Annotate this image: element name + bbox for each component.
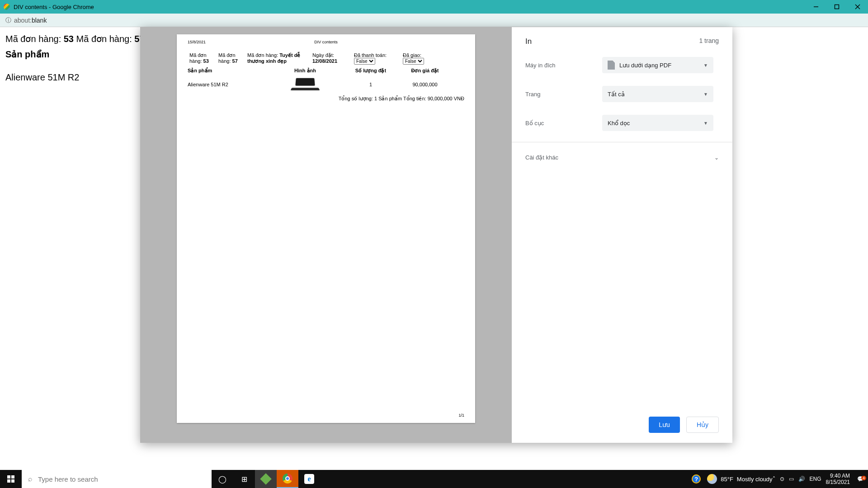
- system-tray: ˄ ⊙ ▭ 🔊 ENG: [773, 476, 823, 482]
- tray-overflow-icon[interactable]: ˄: [773, 476, 775, 482]
- layout-dropdown[interactable]: Khổ dọc ▼: [602, 115, 713, 131]
- print-settings-pane: In 1 trang Máy in đích Lưu dưới dạng PDF…: [512, 27, 732, 443]
- search-icon: ⌕: [28, 475, 33, 483]
- row-destination: Máy in đích Lưu dưới dạng PDF ▼: [512, 51, 732, 80]
- table-row: Alienware 51M R2 1 90,000,000: [188, 78, 464, 91]
- col-price: Đơn giá đặt: [396, 68, 454, 74]
- pages-value: Tất cả: [608, 91, 625, 98]
- layout-value: Khổ dọc: [608, 120, 630, 127]
- cancel-button[interactable]: Hủy: [686, 417, 719, 433]
- taskbar-app-1[interactable]: [255, 470, 277, 488]
- preview-header-title: DIV contents: [314, 40, 338, 44]
- maximize-button[interactable]: [826, 0, 847, 14]
- svg-rect-1: [835, 5, 839, 9]
- chevron-down-icon: ▼: [703, 92, 708, 97]
- paid-select[interactable]: False: [354, 58, 375, 65]
- pdf-icon: [608, 61, 615, 70]
- destination-value: Lưu dưới dạng PDF: [619, 62, 671, 69]
- layout-label: Bố cục: [525, 120, 602, 127]
- cell-qty: 1: [346, 82, 396, 87]
- product-name: Alienware 51M R2: [5, 72, 148, 83]
- location-icon[interactable]: ⊙: [780, 476, 784, 482]
- products-heading: Sản phẩm: [5, 49, 148, 60]
- pages-dropdown[interactable]: Tất cả ▼: [602, 86, 713, 102]
- taskbar-search[interactable]: ⌕ Type here to search: [22, 470, 212, 488]
- volume-icon[interactable]: 🔊: [798, 476, 805, 482]
- address-bar[interactable]: ⓘ about:blank: [0, 14, 868, 27]
- table-header-row: Sản phẩm Hình ảnh Số lượng đặt Đơn giá đ…: [188, 68, 464, 74]
- save-button[interactable]: Lưu: [649, 417, 680, 433]
- cell-delivered: Đã giao:False: [401, 52, 437, 65]
- page-count-label: 1 trang: [699, 37, 719, 46]
- url-scheme: about:: [14, 17, 32, 24]
- cortana-button[interactable]: ◯: [212, 470, 233, 488]
- start-button[interactable]: [0, 470, 22, 488]
- delivered-select[interactable]: False: [403, 58, 424, 65]
- window-titlebar: DIV contents - Google Chrome: [0, 0, 868, 14]
- cell-customer: Mã đơn hàng: Tuyết dễ thương xinh đẹp: [245, 52, 309, 65]
- print-preview-pane: 15/8/2021 DIV contents Mã đơn hàng: 53 M…: [140, 27, 512, 443]
- totals-line: Tổng số lượng: 1 Sản phẩm Tổng tiền: 90,…: [339, 96, 464, 102]
- edge-icon: e: [304, 474, 314, 484]
- cell-order-53: Mã đơn hàng: 53: [188, 52, 215, 65]
- chevron-down-icon: ⌄: [714, 155, 719, 161]
- col-qty: Số lượng đặt: [346, 68, 396, 74]
- tray-help[interactable]: ?: [685, 470, 707, 488]
- weather-icon: [707, 474, 717, 484]
- row-layout: Bố cục Khổ dọc ▼: [512, 108, 732, 137]
- close-button[interactable]: [847, 0, 868, 14]
- taskbar-clock[interactable]: 9:40 AM 8/15/2021: [823, 473, 853, 485]
- print-title: In: [525, 37, 532, 46]
- background-page: Mã đơn hàng: 53 Mã đơn hàng: 57 M Sản ph…: [0, 27, 154, 89]
- order-info-row: Mã đơn hàng: 53 Mã đơn hàng: 57 Mã đơn h…: [188, 52, 464, 65]
- action-center-button[interactable]: 💬 4: [853, 476, 868, 482]
- weather-widget[interactable]: 85°F Mostly cloudy: [707, 474, 772, 484]
- cell-paid: Đã thanh toán:False: [352, 52, 399, 65]
- more-settings-toggle[interactable]: Cài đặt khác ⌄: [512, 142, 732, 173]
- search-placeholder: Type here to search: [38, 475, 98, 483]
- page-number: 1/1: [458, 413, 464, 418]
- chevron-down-icon: ▼: [703, 63, 708, 68]
- minimize-button[interactable]: [806, 0, 826, 14]
- laptop-icon: [289, 78, 321, 91]
- app-icon: [260, 473, 271, 484]
- task-view-button[interactable]: ⊞: [233, 470, 255, 488]
- preview-header-date: 15/8/2021: [188, 40, 206, 44]
- weather-temp: 85°F: [721, 476, 733, 483]
- preview-page: 15/8/2021 DIV contents Mã đơn hàng: 53 M…: [177, 34, 475, 423]
- settings-header: In 1 trang: [512, 27, 732, 51]
- cell-product-name: Alienware 51M R2: [188, 82, 264, 87]
- weather-desc: Mostly cloudy: [737, 476, 773, 483]
- taskbar-chrome[interactable]: [277, 470, 298, 488]
- workspace: Mã đơn hàng: 53 Mã đơn hàng: 57 M Sản ph…: [0, 27, 868, 470]
- window-title: DIV contents - Google Chrome: [14, 4, 94, 10]
- site-info-icon[interactable]: ⓘ: [5, 16, 11, 24]
- url-path: blank: [32, 17, 47, 24]
- col-image: Hình ảnh: [264, 68, 346, 74]
- taskbar-edge[interactable]: e: [298, 470, 320, 488]
- clock-date: 8/15/2021: [826, 479, 850, 485]
- clock-time: 9:40 AM: [826, 473, 850, 479]
- chevron-down-icon: ▼: [703, 121, 708, 126]
- cell-order-57: Mã đơn hàng: 57: [217, 52, 244, 65]
- cell-order-date: Ngày đặt:12/08/2021: [311, 52, 350, 65]
- chrome-favicon-icon: [4, 4, 10, 10]
- notification-badge: 4: [861, 476, 866, 480]
- pages-label: Trang: [525, 91, 602, 98]
- language-indicator[interactable]: ENG: [810, 476, 821, 482]
- order-ids-line: Mã đơn hàng: 53 Mã đơn hàng: 57 M: [5, 33, 148, 44]
- windows-logo-icon: [7, 475, 14, 483]
- destination-dropdown[interactable]: Lưu dưới dạng PDF ▼: [602, 57, 713, 73]
- dialog-button-bar: Lưu Hủy: [512, 407, 732, 443]
- row-pages: Trang Tất cả ▼: [512, 80, 732, 108]
- print-dialog: 15/8/2021 DIV contents Mã đơn hàng: 53 M…: [140, 27, 732, 443]
- col-product: Sản phẩm: [188, 68, 264, 74]
- battery-icon[interactable]: ▭: [789, 476, 794, 482]
- cell-product-image: [264, 78, 346, 91]
- help-icon: ?: [692, 474, 701, 483]
- chrome-icon: [283, 474, 292, 483]
- taskbar: ⌕ Type here to search ◯ ⊞ e ? 85°F Mostl…: [0, 470, 868, 488]
- destination-label: Máy in đích: [525, 62, 602, 69]
- cell-price: 90,000,000: [396, 82, 454, 87]
- more-settings-label: Cài đặt khác: [525, 154, 558, 161]
